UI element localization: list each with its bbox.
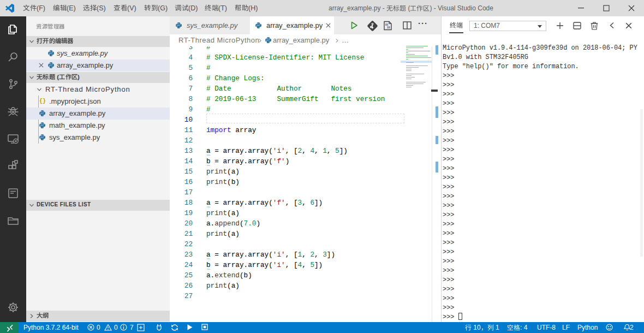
svg-text:10: 10 <box>387 26 390 29</box>
